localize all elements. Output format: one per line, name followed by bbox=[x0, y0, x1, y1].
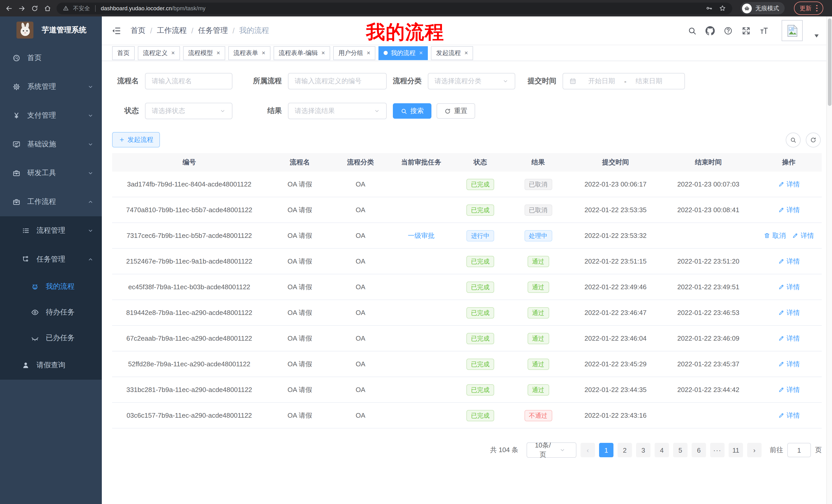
detail-link[interactable]: 详情 bbox=[778, 257, 800, 266]
cell-end-time: 2022-01-22 23:45:37 bbox=[661, 360, 756, 368]
date-range-picker[interactable]: 开始日期 - 结束日期 bbox=[563, 73, 685, 89]
forward-icon[interactable] bbox=[18, 4, 26, 12]
page-button[interactable]: 3 bbox=[636, 443, 650, 457]
page-button[interactable]: 1 bbox=[599, 443, 614, 457]
tab[interactable]: 流程表单 × bbox=[228, 46, 270, 60]
page-button[interactable]: 6 bbox=[692, 443, 706, 457]
current-task-link[interactable]: 一级审批 bbox=[408, 231, 435, 239]
sidebar-item[interactable]: 我的流程 bbox=[0, 274, 102, 300]
cell-submit-time: 2022-01-23 00:06:17 bbox=[570, 180, 661, 188]
sidebar-item[interactable]: 支付管理 bbox=[0, 101, 102, 130]
sidebar-item[interactable]: 请假查询 bbox=[0, 351, 102, 380]
star-icon[interactable] bbox=[719, 5, 726, 12]
detail-link[interactable]: 详情 bbox=[778, 205, 800, 215]
cell-category: OA bbox=[333, 386, 388, 394]
status-badge: 已完成 bbox=[466, 358, 494, 370]
tab[interactable]: 流程表单-编辑 × bbox=[274, 46, 330, 60]
sidebar-item[interactable]: 任务管理 bbox=[0, 245, 102, 274]
sidebar-fold-icon[interactable] bbox=[111, 25, 121, 36]
column-header: 提交时间 bbox=[570, 158, 661, 167]
detail-link[interactable]: 详情 bbox=[778, 411, 800, 420]
show-search-button[interactable] bbox=[786, 132, 801, 147]
page-button[interactable]: ‹ bbox=[580, 443, 595, 457]
launch-process-button[interactable]: 发起流程 bbox=[112, 132, 160, 147]
close-icon[interactable]: × bbox=[216, 49, 220, 57]
breadcrumb-item[interactable]: 任务管理 bbox=[198, 26, 228, 35]
app-logo: 芋道管理系统 bbox=[0, 17, 102, 44]
page-button[interactable]: 4 bbox=[655, 443, 669, 457]
sidebar-item[interactable]: 待办任务 bbox=[0, 300, 102, 325]
process-name-input[interactable]: 请输入流程名 bbox=[145, 73, 232, 89]
result-select[interactable]: 请选择流结果 bbox=[288, 103, 387, 119]
goto-page-input[interactable] bbox=[787, 443, 811, 457]
page-size-select[interactable]: 10条/页 bbox=[526, 442, 576, 458]
back-icon[interactable] bbox=[5, 4, 13, 12]
tab[interactable]: 首页 bbox=[112, 46, 135, 60]
detail-link[interactable]: 详情 bbox=[778, 308, 800, 317]
close-icon[interactable]: × bbox=[321, 49, 325, 57]
sidebar-item[interactable]: 系统管理 bbox=[0, 73, 102, 101]
cell-submit-time: 2022-01-22 23:46:04 bbox=[570, 334, 661, 342]
url-text: dashboard.yudao.iocoder.cn/bpm/task/my bbox=[101, 5, 205, 11]
category-select[interactable]: 请选择流程分类 bbox=[428, 73, 515, 89]
page-button[interactable]: › bbox=[747, 443, 761, 457]
status-select[interactable]: 请选择状态 bbox=[145, 103, 232, 119]
home-icon[interactable] bbox=[44, 4, 51, 12]
avatar-caret-icon[interactable] bbox=[814, 34, 818, 37]
cell-process-name: OA 请假 bbox=[266, 385, 333, 394]
end-date-input[interactable]: 结束日期 bbox=[630, 77, 668, 86]
page-button[interactable]: 5 bbox=[673, 443, 687, 457]
sidebar-item[interactable]: 已办任务 bbox=[0, 325, 102, 351]
start-date-input[interactable]: 开始日期 bbox=[582, 77, 621, 86]
breadcrumb-item[interactable]: 工作流程 bbox=[157, 26, 187, 35]
cancel-link[interactable]: 取消 bbox=[763, 231, 786, 240]
key-icon[interactable] bbox=[705, 5, 713, 12]
browser-menu-icon[interactable] bbox=[816, 5, 817, 11]
sidebar-item[interactable]: 流程管理 bbox=[0, 216, 102, 245]
page-button[interactable]: 11 bbox=[729, 443, 743, 457]
refresh-table-button[interactable] bbox=[806, 132, 821, 147]
sidebar-item[interactable]: 基础设施 bbox=[0, 130, 102, 159]
breadcrumb-item[interactable]: 首页 bbox=[131, 26, 146, 35]
help-icon[interactable] bbox=[724, 26, 733, 35]
tab[interactable]: 用户分组 × bbox=[333, 46, 375, 60]
detail-link[interactable]: 详情 bbox=[792, 231, 814, 240]
process-definition-input[interactable]: 请输入流程定义的编号 bbox=[288, 73, 387, 89]
scrollbar-thumb[interactable] bbox=[828, 19, 831, 106]
reset-button[interactable]: 重置 bbox=[437, 103, 475, 119]
browser-update-button[interactable]: 更新 bbox=[794, 2, 823, 15]
close-icon[interactable]: × bbox=[171, 49, 175, 57]
sidebar-item[interactable]: 研发工具 bbox=[0, 159, 102, 188]
page-button[interactable]: 2 bbox=[618, 443, 632, 457]
close-icon[interactable]: × bbox=[262, 49, 265, 57]
detail-link[interactable]: 详情 bbox=[778, 385, 800, 394]
font-size-icon[interactable] bbox=[759, 26, 769, 35]
fullscreen-icon[interactable] bbox=[742, 26, 751, 35]
address-bar[interactable]: 不安全 dashboard.yudao.iocoder.cn/bpm/task/… bbox=[57, 2, 732, 14]
tab[interactable]: 流程模型 × bbox=[183, 46, 225, 60]
warning-icon[interactable] bbox=[63, 5, 69, 11]
close-icon[interactable]: × bbox=[419, 49, 423, 57]
breadcrumb-item[interactable]: 我的流程 bbox=[239, 26, 269, 35]
sidebar-item[interactable]: 首页 bbox=[0, 44, 102, 73]
search-button[interactable]: 搜索 bbox=[393, 103, 432, 119]
sidebar-item[interactable]: 工作流程 bbox=[0, 188, 102, 216]
reload-icon[interactable] bbox=[31, 4, 38, 12]
result-badge: 通过 bbox=[527, 333, 549, 344]
detail-link[interactable]: 详情 bbox=[778, 282, 800, 291]
close-icon[interactable]: × bbox=[367, 49, 370, 57]
table-body: 3ad174fb-7b9d-11ec-8404-acde48001122 OA … bbox=[112, 172, 822, 428]
page-button[interactable]: ··· bbox=[710, 443, 725, 457]
github-icon[interactable] bbox=[705, 26, 715, 35]
search-icon[interactable] bbox=[687, 26, 697, 35]
chevron-down-icon bbox=[87, 170, 94, 176]
close-icon[interactable]: × bbox=[464, 49, 468, 57]
detail-link[interactable]: 详情 bbox=[778, 179, 800, 189]
tab[interactable]: 流程定义 × bbox=[138, 46, 180, 60]
detail-link[interactable]: 详情 bbox=[778, 334, 800, 343]
detail-link[interactable]: 详情 bbox=[778, 359, 800, 369]
avatar[interactable] bbox=[782, 20, 803, 41]
tab[interactable]: 我的流程 × bbox=[379, 46, 428, 60]
tab[interactable]: 发起流程 × bbox=[431, 46, 473, 60]
toolbox-icon bbox=[12, 169, 21, 177]
